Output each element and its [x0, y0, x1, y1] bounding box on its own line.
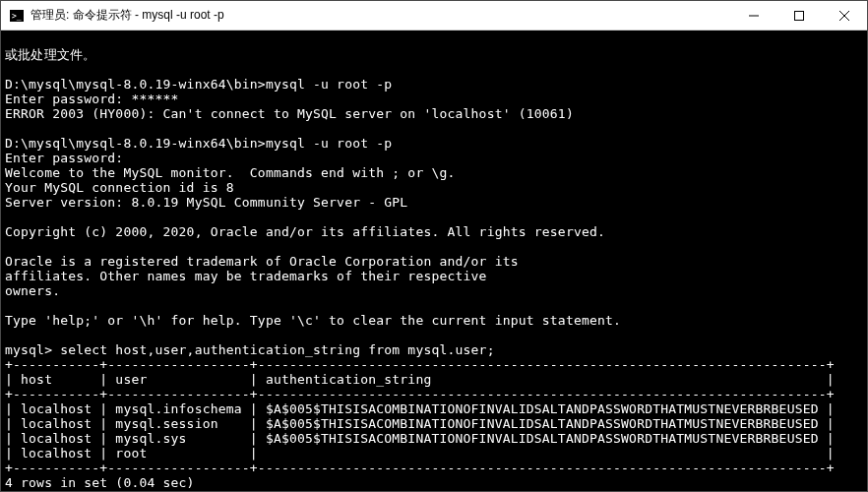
table-border: +-----------+------------------+--------… — [5, 357, 835, 372]
table-row: | localhost | root | | — [5, 446, 835, 461]
output-line: Enter password: ****** — [5, 92, 179, 106]
minimize-button[interactable] — [731, 1, 776, 31]
cmd-icon: >_ — [9, 8, 25, 24]
output-line: 或批处理文件。 — [5, 47, 95, 62]
svg-rect-4 — [795, 11, 804, 20]
output-line: affiliates. Other names may be trademark… — [5, 269, 487, 283]
table-row: | localhost | mysql.sys | $A$005$THISISA… — [5, 431, 835, 446]
output-line: Enter password: — [5, 151, 123, 165]
output-line: D:\mysql\mysql-8.0.19-winx64\bin>mysql -… — [5, 77, 392, 92]
output-line: Oracle is a registered trademark of Orac… — [5, 254, 519, 269]
table-row: | localhost | mysql.infoschema | $A$005$… — [5, 401, 835, 416]
maximize-button[interactable] — [776, 1, 822, 31]
query-line: mysql> select host,user,authentication_s… — [5, 342, 495, 357]
table-header: | host | user | authentication_string | — [5, 372, 835, 387]
table-row: | localhost | mysql.session | $A$005$THI… — [5, 416, 835, 431]
rows-summary: 4 rows in set (0.04 sec) — [5, 475, 195, 490]
table-border: +-----------+------------------+--------… — [5, 461, 835, 475]
svg-text:>_: >_ — [12, 12, 22, 21]
table-border: +-----------+------------------+--------… — [5, 387, 835, 401]
titlebar[interactable]: >_ 管理员: 命令提示符 - mysql -u root -p — [1, 1, 867, 31]
output-line: D:\mysql\mysql-8.0.19-winx64\bin>mysql -… — [5, 136, 392, 151]
cmd-window: >_ 管理员: 命令提示符 - mysql -u root -p 或批处理文件。… — [0, 0, 868, 492]
output-line: owners. — [5, 283, 60, 298]
output-line: Welcome to the MySQL monitor. Commands e… — [5, 165, 456, 180]
output-line: Copyright (c) 2000, 2020, Oracle and/or … — [5, 224, 605, 239]
output-line: ERROR 2003 (HY000): Can't connect to MyS… — [5, 106, 574, 121]
output-line: Type 'help;' or '\h' for help. Type '\c'… — [5, 313, 621, 328]
window-title: 管理员: 命令提示符 - mysql -u root -p — [31, 7, 224, 24]
output-line: Your MySQL connection id is 8 — [5, 180, 234, 195]
close-button[interactable] — [822, 1, 867, 31]
output-line: Server version: 8.0.19 MySQL Community S… — [5, 195, 407, 210]
terminal-output[interactable]: 或批处理文件。 D:\mysql\mysql-8.0.19-winx64\bin… — [1, 31, 867, 491]
